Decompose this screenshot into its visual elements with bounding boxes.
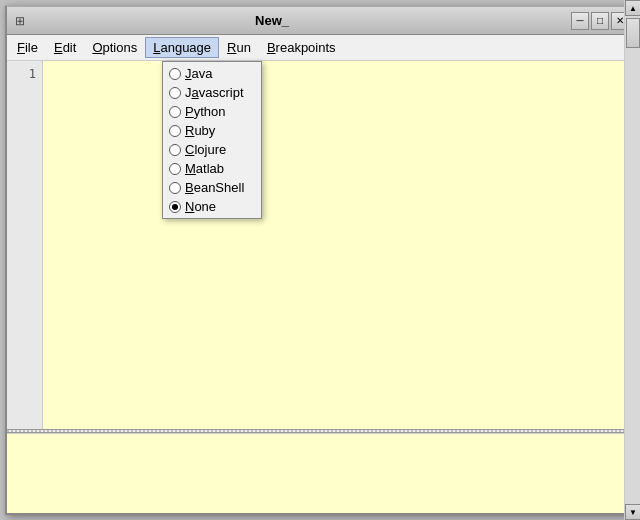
scroll-track[interactable]: [625, 61, 633, 429]
line-numbers: 1: [7, 61, 43, 429]
language-option-javascript[interactable]: Javascript: [163, 83, 261, 102]
language-option-clojure[interactable]: Clojure: [163, 140, 261, 159]
radio-clojure: [169, 144, 181, 156]
radio-python: [169, 106, 181, 118]
language-javascript-label: Javascript: [185, 85, 244, 100]
maximize-button[interactable]: □: [591, 12, 609, 30]
menu-edit[interactable]: Edit: [46, 37, 84, 58]
language-option-python[interactable]: Python: [163, 102, 261, 121]
language-clojure-label: Clojure: [185, 142, 226, 157]
content-area: 1 ▲ ▼: [7, 61, 633, 513]
menu-run[interactable]: Run: [219, 37, 259, 58]
window-controls: ─ □ ✕: [571, 12, 629, 30]
window-title: New_: [33, 13, 511, 28]
radio-matlab: [169, 163, 181, 175]
bottom-panel[interactable]: [7, 433, 633, 513]
radio-java: [169, 68, 181, 80]
menu-breakpoints[interactable]: Breakpoints: [259, 37, 344, 58]
language-python-label: Python: [185, 104, 225, 119]
radio-javascript: [169, 87, 181, 99]
line-number-1: 1: [7, 65, 36, 83]
editor-content[interactable]: [43, 61, 633, 429]
menu-bar: File Edit Options Language Run Breakpoin…: [7, 35, 633, 61]
menu-breakpoints-label: Breakpoints: [267, 40, 336, 55]
language-beanshell-label: BeanShell: [185, 180, 244, 195]
menu-file-label: File: [17, 40, 38, 55]
editor-area: 1 ▲ ▼: [7, 61, 633, 429]
language-option-none[interactable]: None: [163, 197, 261, 216]
menu-options-label: Options: [92, 40, 137, 55]
menu-run-label: Run: [227, 40, 251, 55]
language-option-matlab[interactable]: Matlab: [163, 159, 261, 178]
window-icon: ⊞: [11, 12, 29, 30]
language-option-java[interactable]: Java: [163, 64, 261, 83]
language-matlab-label: Matlab: [185, 161, 224, 176]
title-bar: ⊞ New_ ─ □ ✕: [7, 7, 633, 35]
language-option-ruby[interactable]: Ruby: [163, 121, 261, 140]
menu-edit-label: Edit: [54, 40, 76, 55]
radio-beanshell: [169, 182, 181, 194]
vertical-scrollbar[interactable]: ▲ ▼: [624, 61, 633, 429]
menu-language[interactable]: Language: [145, 37, 219, 58]
menu-options[interactable]: Options: [84, 37, 145, 58]
minimize-button[interactable]: ─: [571, 12, 589, 30]
menu-file[interactable]: File: [9, 37, 46, 58]
language-none-label: None: [185, 199, 216, 214]
radio-ruby: [169, 125, 181, 137]
language-java-label: Java: [185, 66, 212, 81]
language-option-beanshell[interactable]: BeanShell: [163, 178, 261, 197]
main-window: ⊞ New_ ─ □ ✕ File Edit Options Language …: [5, 5, 635, 515]
menu-language-label: Language: [153, 40, 211, 55]
language-dropdown: Java Javascript Python Ruby Clojure Matl…: [162, 61, 262, 219]
radio-none: [169, 201, 181, 213]
language-ruby-label: Ruby: [185, 123, 215, 138]
